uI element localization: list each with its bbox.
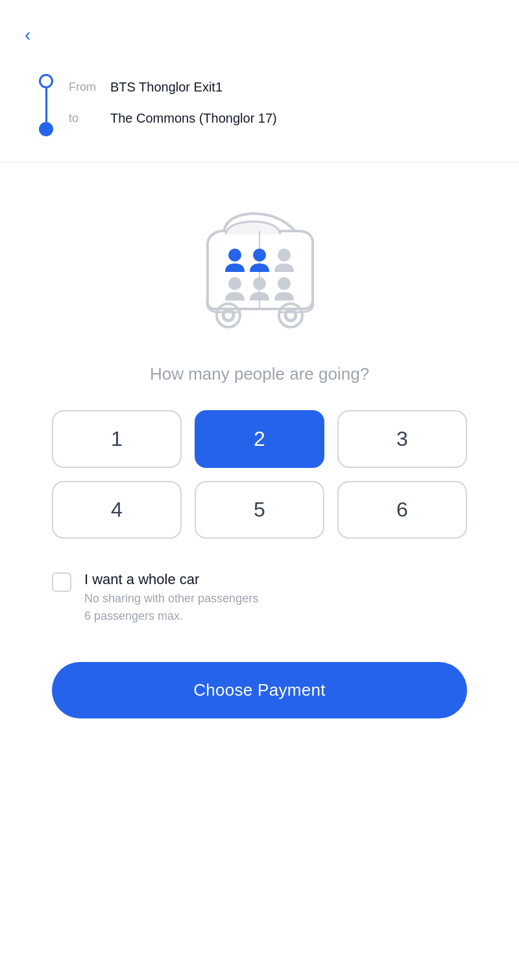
whole-car-row: I want a whole car No sharing with other… [52, 571, 467, 623]
tuktuk-illustration [0, 163, 519, 351]
count-6-button[interactable]: 6 [337, 481, 467, 539]
from-value: BTS Thonglor Exit1 [110, 80, 223, 95]
route-indicator [39, 71, 53, 136]
route-dot-bottom [39, 122, 53, 136]
svg-point-2 [223, 310, 234, 321]
svg-point-8 [228, 277, 241, 290]
route-line [45, 88, 47, 122]
svg-point-3 [285, 310, 296, 321]
count-1-button[interactable]: 1 [52, 410, 182, 468]
svg-point-5 [228, 249, 241, 262]
count-5-button[interactable]: 5 [195, 481, 324, 539]
whole-car-title: I want a whole car [84, 571, 258, 588]
whole-car-section: I want a whole car No sharing with other… [0, 571, 519, 623]
svg-point-6 [253, 249, 266, 262]
count-3-button[interactable]: 3 [337, 410, 467, 468]
count-4-button[interactable]: 4 [52, 481, 182, 539]
to-value: The Commons (Thonglor 17) [110, 111, 277, 126]
back-button[interactable]: ‹ [19, 21, 36, 49]
svg-point-1 [279, 304, 302, 327]
svg-point-7 [278, 249, 291, 262]
from-label: From [69, 80, 100, 94]
svg-point-10 [278, 277, 291, 290]
svg-point-0 [217, 304, 240, 327]
payment-button-wrapper: Choose Payment [0, 662, 519, 718]
question-text: How many people are going? [0, 351, 519, 410]
whole-car-checkbox[interactable] [52, 572, 71, 592]
count-2-button[interactable]: 2 [195, 410, 324, 468]
whole-car-sub2: 6 passengers max. [84, 609, 258, 623]
svg-point-9 [253, 277, 266, 290]
route-labels: From BTS Thonglor Exit1 to The Commons (… [69, 71, 277, 134]
choose-payment-button[interactable]: Choose Payment [52, 662, 467, 718]
route-dot-top [39, 74, 53, 88]
passenger-count-grid: 1 2 3 4 5 6 [0, 410, 519, 539]
to-label: to [69, 112, 100, 125]
route-to-row: to The Commons (Thonglor 17) [69, 103, 277, 134]
route-section: From BTS Thonglor Exit1 to The Commons (… [0, 0, 519, 162]
route-from-row: From BTS Thonglor Exit1 [69, 71, 277, 103]
whole-car-sub1: No sharing with other passengers [84, 592, 258, 606]
whole-car-text: I want a whole car No sharing with other… [84, 571, 258, 623]
